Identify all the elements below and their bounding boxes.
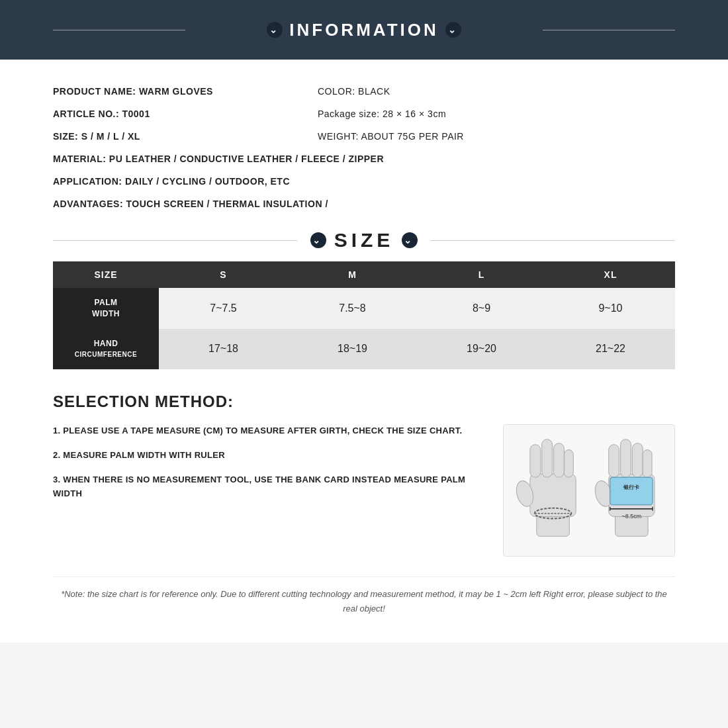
palm-width-xl: 9~10	[546, 288, 675, 329]
selection-title: SELECTION METHOD:	[53, 392, 675, 411]
hand-circ-xl: 21~22	[546, 329, 675, 370]
size-title: SIZE	[334, 229, 394, 251]
selection-step-1: 1. PLEASE USE A TAPE MEASURE (CM) TO MEA…	[53, 424, 483, 438]
size-table: SIZE S M L XL PALMWIDTH 7~7.5 7.5~8 8~9 …	[53, 261, 675, 369]
glove-illustration: 银行卡 ~8.5cm	[503, 424, 675, 557]
row-label-hand-circ: HANDCIRCUMFERENCE	[53, 329, 159, 370]
size-title-group: ⌄ SIZE ⌄	[297, 229, 432, 251]
info-row-material: MATERIAL: PU LEATHER / CONDUCTIVE LEATHE…	[53, 154, 675, 164]
application-label: APPLICATION: DAILY / CYCLING / OUTDOOR, …	[53, 176, 318, 187]
left-chevron-icon: ⌄	[267, 22, 283, 38]
info-row-advantages: ADVANTAGES: TOUCH SCREEN / THERMAL INSUL…	[53, 199, 675, 209]
selection-body: 1. PLEASE USE A TAPE MEASURE (CM) TO MEA…	[53, 424, 675, 557]
header-line-right	[431, 240, 675, 241]
svg-rect-5	[554, 443, 565, 477]
col-header-l: L	[417, 261, 546, 288]
svg-rect-12	[609, 445, 619, 478]
header-title-group: ⌄ INFORMATION ⌄	[267, 20, 461, 40]
selection-method-section: SELECTION METHOD: 1. PLEASE USE A TAPE M…	[53, 392, 675, 557]
size-section-header: ⌄ SIZE ⌄	[53, 229, 675, 251]
package-label: Package size: 28 × 16 × 3cm	[318, 109, 446, 119]
table-header-row: SIZE S M L XL	[53, 261, 675, 288]
svg-text:~8.5cm: ~8.5cm	[622, 513, 641, 520]
col-header-size: SIZE	[53, 261, 159, 288]
col-header-s: S	[159, 261, 288, 288]
col-header-xl: XL	[546, 261, 675, 288]
table-row-palm-width: PALMWIDTH 7~7.5 7.5~8 8~9 9~10	[53, 288, 675, 329]
glove-svg: 银行卡 ~8.5cm	[504, 425, 674, 556]
hand-circ-s: 17~18	[159, 329, 288, 370]
selection-step-2: 2. MEASURE PALM WIDTH WITH RULER	[53, 449, 483, 463]
article-label: ARTICLE NO.: T0001	[53, 109, 318, 119]
svg-rect-6	[564, 450, 573, 478]
svg-rect-13	[621, 439, 631, 477]
weight-label: WEIGHT: ABOUT 75G PER PAIR	[318, 131, 464, 142]
svg-rect-4	[542, 439, 553, 477]
selection-step-3: 3. WHEN THERE IS NO MEASUREMENT TOOL, US…	[53, 473, 483, 501]
size-left-chevron-icon: ⌄	[310, 232, 326, 248]
palm-width-m: 7.5~8	[288, 288, 417, 329]
palm-width-l: 8~9	[417, 288, 546, 329]
table-row-hand-circumference: HANDCIRCUMFERENCE 17~18 18~19 19~20 21~2…	[53, 329, 675, 370]
palm-width-s: 7~7.5	[159, 288, 288, 329]
svg-text:银行卡: 银行卡	[623, 484, 639, 490]
svg-rect-16	[610, 477, 653, 505]
info-row-size-weight: SIZE: S / M / L / XL WEIGHT: ABOUT 75G P…	[53, 131, 675, 142]
size-label: SIZE: S / M / L / XL	[53, 131, 318, 142]
right-chevron-icon: ⌄	[445, 22, 461, 38]
product-info-section: PRODUCT NAME: WARM GLOVES COLOR: BLACK A…	[53, 86, 675, 209]
material-label: MATERIAL: PU LEATHER / CONDUCTIVE LEATHE…	[53, 154, 384, 164]
color-label: COLOR: BLACK	[318, 86, 390, 97]
size-right-chevron-icon: ⌄	[402, 232, 418, 248]
svg-rect-3	[530, 445, 541, 478]
info-row-name-color: PRODUCT NAME: WARM GLOVES COLOR: BLACK	[53, 86, 675, 97]
header-title: INFORMATION	[289, 20, 439, 40]
info-row-article-package: ARTICLE NO.: T0001 Package size: 28 × 16…	[53, 109, 675, 119]
header-line-left	[53, 240, 297, 241]
product-name-label: PRODUCT NAME: WARM GLOVES	[53, 86, 318, 97]
page-header: ⌄ INFORMATION ⌄	[0, 0, 728, 60]
svg-rect-14	[632, 443, 643, 477]
note-section: *Note: the size chart is for reference o…	[53, 576, 675, 616]
row-label-palm-width: PALMWIDTH	[53, 288, 159, 329]
advantages-label: ADVANTAGES: TOUCH SCREEN / THERMAL INSUL…	[53, 199, 328, 209]
note-text: *Note: the size chart is for reference o…	[61, 589, 667, 614]
selection-text: 1. PLEASE USE A TAPE MEASURE (CM) TO MEA…	[53, 424, 483, 511]
svg-rect-15	[643, 450, 652, 478]
main-content: PRODUCT NAME: WARM GLOVES COLOR: BLACK A…	[0, 60, 728, 643]
info-row-application: APPLICATION: DAILY / CYCLING / OUTDOOR, …	[53, 176, 675, 187]
hand-circ-m: 18~19	[288, 329, 417, 370]
hand-circ-l: 19~20	[417, 329, 546, 370]
col-header-m: M	[288, 261, 417, 288]
